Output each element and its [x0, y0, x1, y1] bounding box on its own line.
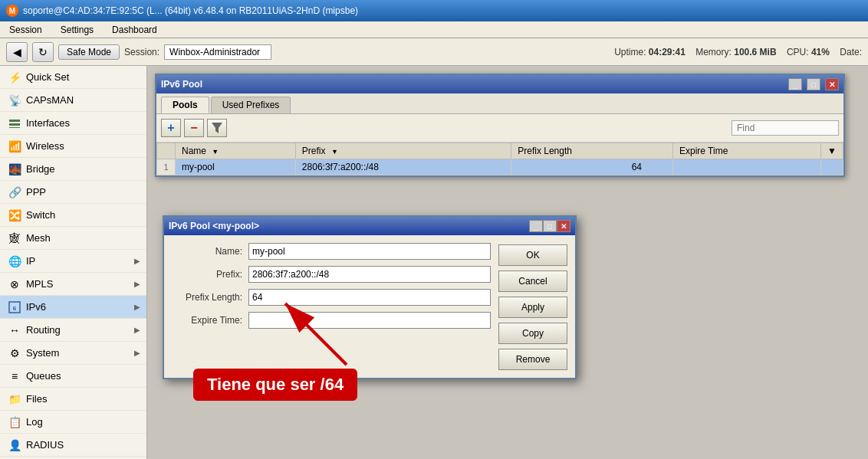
radius-icon: 👤: [8, 438, 21, 452]
ppp-icon: 🔗: [8, 185, 21, 199]
sidebar-item-queues[interactable]: ≡ Queues: [0, 365, 146, 388]
svg-marker-5: [212, 123, 222, 133]
sidebar-label-mpls: MPLS: [26, 278, 53, 290]
pool-window-maximize-button[interactable]: □: [807, 78, 820, 90]
sidebar-item-switch[interactable]: 🔀 Switch: [0, 204, 146, 227]
back-button[interactable]: ◀: [6, 42, 28, 62]
sidebar-item-radius[interactable]: 👤 RADIUS: [0, 434, 146, 457]
date-label: Date:: [840, 47, 862, 57]
sidebar-label-routing: Routing: [26, 324, 61, 336]
session-label: Session:: [124, 47, 159, 57]
row-name-cell: my-pool: [176, 159, 296, 175]
sidebar-item-mpls[interactable]: ⊗ MPLS ▶: [0, 273, 146, 296]
cancel-button[interactable]: Cancel: [498, 270, 567, 292]
routing-arrow-icon: ▶: [134, 326, 140, 334]
sidebar-item-system[interactable]: ⚙ System ▶: [0, 342, 146, 365]
apply-button[interactable]: Apply: [498, 297, 567, 318]
remove-pool-button[interactable]: −: [184, 119, 204, 137]
ipv6-pool-title-bar: IPv6 Pool _ □ ✕: [156, 75, 843, 93]
find-input[interactable]: [732, 120, 839, 136]
row-expire-time-cell: [672, 159, 820, 175]
expire-time-label: Expire Time:: [172, 315, 248, 326]
wireless-icon: 📶: [8, 139, 21, 153]
dialog-minimize-button[interactable]: _: [529, 220, 543, 232]
capsman-icon: 📡: [8, 93, 21, 107]
prefix-length-label: Prefix Length:: [172, 292, 248, 303]
mpls-icon: ⊗: [8, 277, 21, 291]
sidebar-item-ppp[interactable]: 🔗 PPP: [0, 181, 146, 204]
cpu-value: 41%: [811, 47, 830, 57]
mesh-icon: 🕸: [8, 231, 21, 245]
expire-time-input[interactable]: [248, 312, 491, 329]
ipv6-pool-window: IPv6 Pool _ □ ✕ Pools Used Prefixes + −: [155, 74, 845, 177]
col-prefix-length-header: Prefix Length: [511, 143, 673, 159]
table-row[interactable]: 1 my-pool 2806:3f7:a200::/48 64: [157, 159, 843, 175]
prefix-label: Prefix:: [172, 269, 248, 280]
dropdown-col-header[interactable]: ▼: [821, 143, 843, 159]
sidebar-item-capsman[interactable]: 📡 CAPsMAN: [0, 89, 146, 112]
remove-button[interactable]: Remove: [498, 349, 567, 370]
prefix-length-input[interactable]: [248, 289, 491, 306]
queues-icon: ≡: [8, 369, 21, 383]
filter-button[interactable]: [207, 119, 227, 137]
ip-icon: 🌐: [8, 254, 21, 268]
dialog-buttons: OK Cancel Apply Copy Remove: [498, 243, 567, 370]
pool-tabs: Pools Used Prefixes: [156, 93, 843, 114]
col-expire-time-header: Expire Time: [672, 143, 820, 159]
sidebar-label-ipv6: IPv6: [26, 301, 46, 313]
menu-dashboard[interactable]: Dashboard: [106, 23, 163, 37]
prefix-length-row: Prefix Length:: [172, 289, 491, 306]
sidebar: ⚡ Quick Set 📡 CAPsMAN Interfaces 📶 Wirel…: [0, 66, 147, 459]
mpls-arrow-icon: ▶: [134, 280, 140, 288]
sidebar-item-log[interactable]: 📋 Log: [0, 411, 146, 434]
sidebar-label-switch: Switch: [26, 209, 55, 221]
name-label: Name:: [172, 246, 248, 257]
expire-time-row: Expire Time:: [172, 312, 491, 329]
system-arrow-icon: ▶: [134, 349, 140, 357]
copy-button[interactable]: Copy: [498, 323, 567, 344]
ip-arrow-icon: ▶: [134, 257, 140, 265]
sidebar-item-mesh[interactable]: 🕸 Mesh: [0, 227, 146, 250]
prefix-input[interactable]: [248, 266, 491, 283]
memory-label: Memory:: [695, 47, 732, 57]
sidebar-item-ip[interactable]: 🌐 IP ▶: [0, 250, 146, 273]
row-prefix-cell: 2806:3f7:a200::/48: [295, 159, 511, 175]
add-pool-button[interactable]: +: [161, 119, 181, 137]
dialog-maximize-button[interactable]: □: [543, 220, 557, 232]
name-input[interactable]: [248, 243, 491, 260]
sidebar-label-queues: Queues: [26, 370, 61, 382]
menu-settings[interactable]: Settings: [54, 23, 100, 37]
sidebar-label-quick-set: Quick Set: [26, 71, 69, 83]
sidebar-item-ipv6[interactable]: 6 IPv6 ▶: [0, 296, 146, 319]
pool-window-minimize-button[interactable]: _: [788, 78, 802, 90]
switch-icon: 🔀: [8, 208, 21, 222]
sidebar-item-bridge[interactable]: 🌉 Bridge: [0, 158, 146, 181]
sidebar-label-wireless: Wireless: [26, 140, 64, 152]
svg-rect-0: [9, 120, 20, 122]
ipv6-arrow-icon: ▶: [134, 303, 140, 311]
tab-used-prefixes[interactable]: Used Prefixes: [211, 97, 291, 113]
app-icon: M: [6, 5, 18, 17]
name-sort-icon: ▼: [212, 148, 219, 156]
interfaces-icon: [8, 116, 21, 130]
row-number: 1: [157, 159, 176, 175]
menu-session[interactable]: Session: [3, 23, 48, 37]
svg-rect-2: [9, 127, 20, 128]
routing-icon: ↔: [8, 323, 21, 337]
forward-button[interactable]: ↻: [32, 42, 54, 62]
sidebar-item-routing[interactable]: ↔ Routing ▶: [0, 319, 146, 342]
sidebar-item-interfaces[interactable]: Interfaces: [0, 112, 146, 135]
ipv6-pool-window-title: IPv6 Pool: [161, 79, 784, 90]
pool-window-close-button[interactable]: ✕: [825, 78, 839, 90]
sidebar-item-quick-set[interactable]: ⚡ Quick Set: [0, 66, 146, 89]
ipv6-pool-dialog: IPv6 Pool <my-pool> _ □ ✕ Name: Prefix:: [163, 215, 577, 379]
sidebar-item-files[interactable]: 📁 Files: [0, 388, 146, 411]
tab-pools[interactable]: Pools: [161, 97, 209, 113]
sidebar-item-wireless[interactable]: 📶 Wireless: [0, 135, 146, 158]
ok-button[interactable]: OK: [498, 244, 567, 266]
pool-toolbar: + −: [156, 114, 843, 143]
safe-mode-button[interactable]: Safe Mode: [58, 44, 120, 60]
system-icon: ⚙: [8, 346, 21, 360]
dialog-title-text: IPv6 Pool <my-pool>: [169, 221, 529, 231]
dialog-close-button[interactable]: ✕: [557, 220, 570, 232]
